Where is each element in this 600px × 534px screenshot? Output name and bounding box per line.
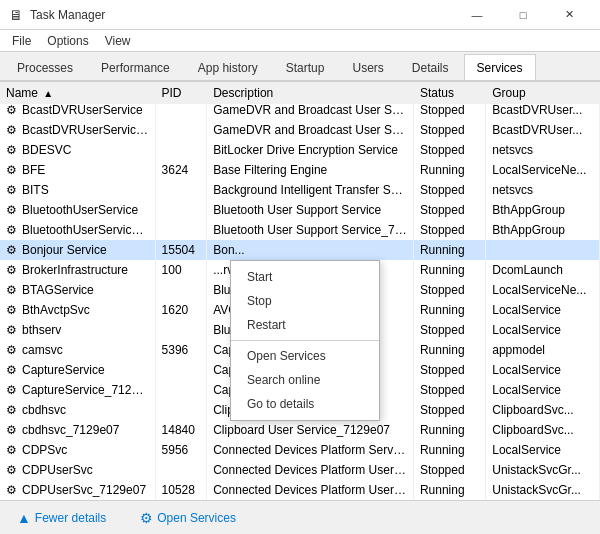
cell-pid	[155, 380, 207, 400]
cell-group: LocalService	[486, 320, 600, 340]
cell-pid	[155, 280, 207, 300]
cell-group: LocalServiceNe...	[486, 160, 600, 180]
menu-options[interactable]: Options	[39, 32, 96, 50]
cell-status: Stopped	[413, 280, 485, 300]
cell-pid	[155, 120, 207, 140]
menu-file[interactable]: File	[4, 32, 39, 50]
cell-name: ⚙BITS	[0, 180, 155, 200]
cell-description: BitLocker Drive Encryption Service	[207, 140, 414, 160]
cell-status: Stopped	[413, 400, 485, 420]
table-row[interactable]: ⚙BluetoothUserServiceBluetooth User Supp…	[0, 200, 600, 220]
cell-pid: 10528	[155, 480, 207, 500]
cell-name: ⚙BcastDVRUserService_7129e...	[0, 120, 155, 140]
cell-name: ⚙BluetoothUserService_7129...	[0, 220, 155, 240]
main-content: Name ▲ PID Description Status Group ⚙Aud…	[0, 82, 600, 500]
context-menu: Start Stop Restart Open Services Search …	[230, 260, 380, 421]
cell-status: Running	[413, 440, 485, 460]
service-icon: ⚙	[6, 163, 20, 177]
cell-name: ⚙BluetoothUserService	[0, 200, 155, 220]
cell-status: Running	[413, 160, 485, 180]
window-controls: — □ ✕	[454, 0, 592, 30]
cell-name: ⚙BDESVC	[0, 140, 155, 160]
fewer-details-button[interactable]: ▲ Fewer details	[8, 505, 115, 531]
ctx-stop[interactable]: Stop	[231, 289, 379, 313]
tab-details[interactable]: Details	[399, 54, 462, 80]
tab-users[interactable]: Users	[339, 54, 396, 80]
cell-status: Running	[413, 300, 485, 320]
cell-status: Stopped	[413, 380, 485, 400]
tab-bar: Processes Performance App history Startu…	[0, 52, 600, 82]
minimize-button[interactable]: —	[454, 0, 500, 30]
cell-name: ⚙cbdhsvc	[0, 400, 155, 420]
table-row[interactable]: ⚙CDPSvc5956Connected Devices Platform Se…	[0, 440, 600, 460]
cell-pid	[155, 320, 207, 340]
cell-group: LocalServiceNe...	[486, 280, 600, 300]
tab-processes[interactable]: Processes	[4, 54, 86, 80]
cell-status: Stopped	[413, 140, 485, 160]
tab-app-history[interactable]: App history	[185, 54, 271, 80]
table-row[interactable]: ⚙BcastDVRUserService_7129e...GameDVR and…	[0, 120, 600, 140]
open-services-button[interactable]: ⚙ Open Services	[131, 505, 245, 531]
col-header-status[interactable]: Status	[413, 82, 485, 105]
table-row[interactable]: ⚙CDPUserSvc_7129e0710528Connected Device…	[0, 480, 600, 500]
service-icon: ⚙	[6, 363, 20, 377]
ctx-open-services[interactable]: Open Services	[231, 344, 379, 368]
col-header-group[interactable]: Group	[486, 82, 600, 105]
ctx-start[interactable]: Start	[231, 265, 379, 289]
cell-pid: 5396	[155, 340, 207, 360]
service-icon: ⚙	[6, 243, 20, 257]
ctx-go-to-details[interactable]: Go to details	[231, 392, 379, 416]
cell-description: Base Filtering Engine	[207, 160, 414, 180]
title-bar: 🖥 Task Manager — □ ✕	[0, 0, 600, 30]
ctx-search-online[interactable]: Search online	[231, 368, 379, 392]
cell-pid	[155, 200, 207, 220]
cell-name: ⚙CDPUserSvc_7129e07	[0, 480, 155, 500]
col-header-pid[interactable]: PID	[155, 82, 207, 105]
service-icon: ⚙	[6, 223, 20, 237]
table-row[interactable]: ⚙CDPUserSvcConnected Devices Platform Us…	[0, 460, 600, 480]
cell-group: ClipboardSvc...	[486, 420, 600, 440]
table-row[interactable]: ⚙BFE3624Base Filtering EngineRunningLoca…	[0, 160, 600, 180]
cell-name: ⚙camsvc	[0, 340, 155, 360]
cell-group: LocalService	[486, 380, 600, 400]
table-row[interactable]: ⚙BITSBackground Intelligent Transfer Ser…	[0, 180, 600, 200]
sort-arrow: ▲	[43, 88, 53, 99]
table-row[interactable]: ⚙cbdhsvc_7129e0714840Clipboard User Serv…	[0, 420, 600, 440]
cell-name: ⚙BFE	[0, 160, 155, 180]
app-icon: 🖥	[8, 7, 24, 23]
cell-description: Connected Devices Platform Service	[207, 440, 414, 460]
tab-services[interactable]: Services	[464, 54, 536, 80]
ctx-restart[interactable]: Restart	[231, 313, 379, 337]
tab-performance[interactable]: Performance	[88, 54, 183, 80]
cell-pid: 15504	[155, 240, 207, 260]
cell-group: ClipboardSvc...	[486, 400, 600, 420]
service-icon: ⚙	[6, 483, 20, 497]
menu-view[interactable]: View	[97, 32, 139, 50]
service-icon: ⚙	[6, 123, 20, 137]
cell-status: Running	[413, 340, 485, 360]
table-row[interactable]: ⚙Bonjour Service15504Bon...Running	[0, 240, 600, 260]
close-button[interactable]: ✕	[546, 0, 592, 30]
cell-description: Connected Devices Platform User Se...	[207, 460, 414, 480]
service-icon: ⚙	[6, 143, 20, 157]
table-row[interactable]: ⚙BDESVCBitLocker Drive Encryption Servic…	[0, 140, 600, 160]
ctx-separator	[231, 340, 379, 341]
service-icon: ⚙	[6, 103, 20, 117]
cell-status: Stopped	[413, 320, 485, 340]
table-row[interactable]: ⚙BluetoothUserService_7129...Bluetooth U…	[0, 220, 600, 240]
service-icon: ⚙	[6, 403, 20, 417]
col-header-description[interactable]: Description	[207, 82, 414, 105]
cell-description: Bluetooth User Support Service_7129...	[207, 220, 414, 240]
open-services-icon: ⚙	[140, 510, 153, 526]
cell-description: Bon...	[207, 240, 414, 260]
cell-pid: 3624	[155, 160, 207, 180]
cell-pid	[155, 400, 207, 420]
service-icon: ⚙	[6, 183, 20, 197]
cell-pid	[155, 140, 207, 160]
cell-name: ⚙bthserv	[0, 320, 155, 340]
maximize-button[interactable]: □	[500, 0, 546, 30]
tab-startup[interactable]: Startup	[273, 54, 338, 80]
fewer-details-icon: ▲	[17, 510, 31, 526]
col-header-name[interactable]: Name ▲	[0, 82, 155, 105]
cell-pid	[155, 220, 207, 240]
